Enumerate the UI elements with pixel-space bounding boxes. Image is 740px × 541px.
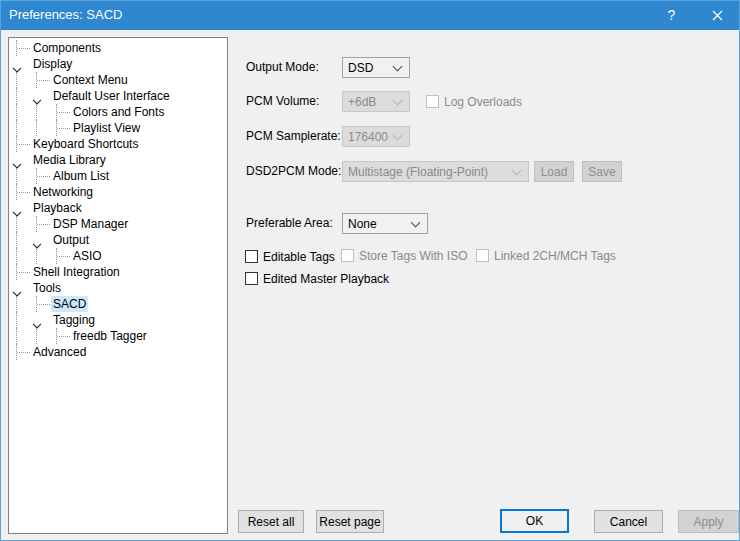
close-button[interactable] [695,0,740,30]
window-title: Preferences: SACD [9,0,122,30]
tree-guide-line [16,296,17,312]
chevron-down-icon [412,220,420,228]
reset-all-button[interactable]: Reset all [238,510,304,533]
tree-guide-line [16,104,17,120]
output-mode-label: Output Mode: [246,57,319,78]
tree-item-label[interactable]: Advanced [31,344,88,360]
tree-item-tagging[interactable]: Tagging [9,312,227,328]
apply-button[interactable]: Apply [678,510,739,533]
chevron-down-icon [394,98,402,106]
tree-item-tools[interactable]: Tools [9,280,227,296]
editable-tags-checkbox[interactable] [245,250,258,263]
dsd2pcm-mode-select[interactable]: Multistage (Floating-Point) [342,161,529,182]
tree-item-label[interactable]: Components [31,40,103,56]
load-button[interactable]: Load [534,161,574,182]
tree-item-label[interactable]: Media Library [31,152,108,168]
pcm-volume-label: PCM Volume: [246,91,319,112]
tree-guide-stub [17,272,30,273]
tree-item-label[interactable]: Output [51,232,91,248]
pcm-samplerate-select[interactable]: 176400 [342,126,410,147]
tree-item-label[interactable]: Tagging [51,312,97,328]
chevron-down-icon [513,168,521,176]
tree-item-label[interactable]: Shell Integration [31,264,122,280]
tree-item-playlist-view[interactable]: Playlist View [9,120,227,136]
tree-item-networking[interactable]: Networking [9,184,227,200]
ok-button[interactable]: OK [500,509,569,533]
tree-guide-line [16,232,17,248]
tree-item-media-library[interactable]: Media Library [9,152,227,168]
tree-item-label[interactable]: Keyboard Shortcuts [31,136,140,152]
tree-item-label[interactable]: ASIO [71,248,104,264]
edited-master-playback-checkbox[interactable] [245,272,258,285]
tree-item-components[interactable]: Components [9,40,227,56]
tree-guide-line [16,216,17,232]
tree-guide-stub [37,304,50,305]
tree-item-colors-and-fonts[interactable]: Colors and Fonts [9,104,227,120]
tree-item-label[interactable]: DSP Manager [51,216,130,232]
tree-guide-line [36,248,37,264]
tree-item-label[interactable]: SACD [51,296,88,312]
log-overloads-checkbox[interactable] [426,95,439,108]
tree-item-output[interactable]: Output [9,232,227,248]
tree-guide-stub [57,256,70,257]
tree-item-dsp-manager[interactable]: DSP Manager [9,216,227,232]
close-icon [712,10,723,21]
tree-guide-line [16,312,17,328]
tree-item-label[interactable]: Display [31,56,74,72]
tree-item-display[interactable]: Display [9,56,227,72]
pcm-volume-select[interactable]: +6dB [342,91,410,112]
tree-item-label[interactable]: Playback [31,200,84,216]
tree-guide-stub [17,144,30,145]
tree-item-default-user-interface[interactable]: Default User Interface [9,88,227,104]
preferences-dialog: Preferences: SACD ? ComponentsDisplayCon… [0,0,740,541]
store-tags-with-iso-checkbox[interactable] [341,249,354,262]
tree-item-label[interactable]: freedb Tagger [71,328,149,344]
tree-guide-line [16,328,17,344]
tree-guide-line [36,328,37,344]
tree-item-label[interactable]: Album List [51,168,111,184]
tree-item-label[interactable]: Default User Interface [51,88,172,104]
save-button[interactable]: Save [582,161,622,182]
tree-guide-stub [37,176,50,177]
cancel-button[interactable]: Cancel [594,510,663,533]
tree-item-asio[interactable]: ASIO [9,248,227,264]
preferable-area-select[interactable]: None [342,213,428,234]
tree-item-label[interactable]: Colors and Fonts [71,104,166,120]
tree-item-playback[interactable]: Playback [9,200,227,216]
tree-item-label[interactable]: Playlist View [71,120,142,136]
reset-page-button[interactable]: Reset page [316,510,384,533]
help-button[interactable]: ? [649,0,694,30]
tree-guide-stub [57,336,70,337]
tree-item-advanced[interactable]: Advanced [9,344,227,360]
tree-guide-stub [57,112,70,113]
tree-item-context-menu[interactable]: Context Menu [9,72,227,88]
tree-item-label[interactable]: Networking [31,184,95,200]
preferable-area-label: Preferable Area: [246,213,333,234]
tree-guide-stub [37,80,50,81]
tree-guide-line [16,168,17,184]
tree-guide-stub [17,192,30,193]
tree-guide-line [36,104,37,120]
chevron-down-icon [394,133,402,141]
help-icon: ? [668,7,676,23]
tree-guide-stub [37,224,50,225]
tree-guide-line [16,248,17,264]
output-mode-select[interactable]: DSD [342,57,410,78]
tree-item-shell-integration[interactable]: Shell Integration [9,264,227,280]
tree-item-keyboard-shortcuts[interactable]: Keyboard Shortcuts [9,136,227,152]
editable-tags-label: Editable Tags [263,250,335,264]
tree-guide-line [16,120,17,136]
tree-item-label[interactable]: Tools [31,280,63,296]
tree-item-label[interactable]: Context Menu [51,72,130,88]
tree-item-album-list[interactable]: Album List [9,168,227,184]
pcm-samplerate-label: PCM Samplerate: [246,126,341,147]
tree-item-freedb-tagger[interactable]: freedb Tagger [9,328,227,344]
linked-2ch-mch-tags-checkbox[interactable] [476,249,489,262]
store-tags-with-iso-label: Store Tags With ISO [359,249,468,263]
edited-master-playback-label: Edited Master Playback [263,272,389,286]
title-bar[interactable]: Preferences: SACD ? [0,0,740,30]
tree-guide-stub [17,48,30,49]
log-overloads-label: Log Overloads [444,95,522,109]
tree-guide-line [16,72,17,88]
tree-item-sacd[interactable]: SACD [9,296,227,312]
